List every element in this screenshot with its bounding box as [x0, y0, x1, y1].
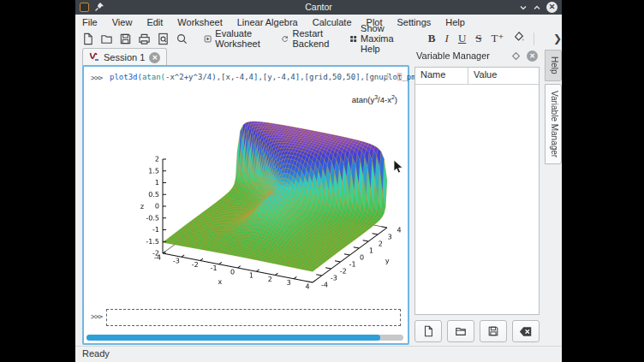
maximize-button[interactable] [530, 1, 543, 14]
session-tab-label: Session 1 [104, 52, 145, 62]
menu-bar: File View Edit Worksheet Linear Algebra … [75, 15, 562, 29]
bold-button[interactable]: B [428, 32, 436, 45]
find-button[interactable] [157, 33, 170, 45]
column-header-name[interactable]: Name [415, 68, 468, 84]
save-icon [119, 33, 132, 45]
side-tab-variable-manager[interactable]: Variable Manager [545, 84, 562, 164]
maxima-help-icon [349, 33, 357, 45]
status-text: Ready [82, 348, 110, 359]
move-cell-icon[interactable] [383, 72, 392, 81]
entry-prompt: >>> [91, 312, 102, 321]
clear-variables-button[interactable] [512, 320, 540, 342]
new-document-button[interactable] [81, 33, 94, 45]
command-entry[interactable]: plot3d(atan(-x^2+y^3/4),[x,-4,4],[y,-4,4… [110, 73, 462, 81]
side-tab-help[interactable]: Help [545, 50, 562, 81]
find-in-page-icon [157, 33, 170, 45]
toolbar-separator [534, 33, 534, 45]
cantor-window: Cantor ✕ File View Edit Worksheet Linear… [75, 0, 562, 362]
evaluate-worksheet-label: Evaluate Worksheet [215, 28, 267, 49]
search-icon [176, 33, 188, 45]
cell-actions [383, 72, 404, 81]
folder-icon [100, 33, 113, 45]
mouse-cursor [392, 159, 404, 175]
tab-close-icon[interactable]: ✕ [149, 52, 160, 63]
italic-button[interactable]: I [445, 32, 449, 45]
superscript-button[interactable]: T⁺ [492, 32, 504, 45]
chevron-up-icon [533, 3, 541, 12]
close-panel-icon[interactable]: ✕ [527, 50, 538, 62]
new-variable-button[interactable] [414, 320, 442, 342]
screen: Cantor ✕ File View Edit Worksheet Linear… [0, 0, 644, 362]
menu-item-worksheet[interactable]: Worksheet [177, 17, 222, 27]
menu-item-help[interactable]: Help [445, 17, 465, 27]
horizontal-scrollbar[interactable] [86, 335, 403, 341]
show-maxima-help-button[interactable]: Show Maxima Help [349, 23, 411, 54]
variable-manager-title: Variable Manager [416, 50, 490, 61]
column-header-value[interactable]: Value [468, 68, 497, 84]
delete-cell-icon[interactable] [395, 72, 404, 81]
menu-item-linear-algebra[interactable]: Linear Algebra [237, 17, 298, 27]
window-title: Cantor [75, 2, 562, 12]
variable-manager-header: Variable Manager ✕ [413, 48, 543, 65]
open-button[interactable] [100, 33, 113, 45]
cantor-icon [89, 52, 99, 62]
save-button[interactable] [119, 33, 132, 45]
load-variables-button[interactable] [447, 320, 474, 342]
text-color-button[interactable] [513, 31, 525, 46]
new-document-icon [422, 325, 434, 337]
restart-icon [281, 33, 289, 45]
restart-backend-button[interactable]: Restart Backend [281, 28, 336, 49]
menu-item-view[interactable]: View [112, 17, 133, 27]
evaluate-worksheet-button[interactable]: Evaluate Worksheet [204, 28, 267, 49]
restart-backend-label: Restart Backend [293, 28, 336, 49]
underline-button[interactable]: U [458, 32, 466, 45]
search-button[interactable] [176, 33, 188, 45]
evaluate-icon [204, 33, 212, 45]
tab-session-1[interactable]: Session 1 ✕ [82, 48, 167, 66]
menu-item-edit[interactable]: Edit [146, 17, 163, 27]
close-button[interactable]: ✕ [546, 1, 558, 14]
variable-manager-buttons [414, 320, 540, 342]
strikethrough-button[interactable]: S [475, 32, 481, 45]
variable-manager-panel: Variable Manager ✕ Name Value [413, 48, 543, 346]
print-button[interactable] [138, 33, 151, 45]
variable-table-header: Name Value [415, 68, 539, 85]
status-bar: Ready [75, 346, 562, 362]
horizontal-scrollbar-thumb[interactable] [86, 335, 380, 341]
variable-table: Name Value [414, 67, 540, 315]
menu-item-file[interactable]: File [82, 17, 98, 27]
command-prompt: >>> [91, 74, 102, 82]
backspace-icon [519, 326, 533, 337]
print-icon [138, 33, 151, 45]
menu-item-calculate[interactable]: Calculate [313, 17, 352, 27]
minimize-button[interactable] [516, 1, 529, 14]
show-maxima-help-label: Show Maxima Help [361, 23, 411, 54]
tab-bar: Session 1 ✕ [82, 48, 167, 65]
side-tab-strip: Help Variable Manager [545, 50, 562, 167]
plot3d-canvas [87, 91, 413, 306]
close-icon: ✕ [546, 2, 558, 13]
save-icon [487, 325, 499, 337]
toolbar: Evaluate Worksheet Restart Backend Show … [75, 29, 562, 48]
float-panel-icon[interactable] [511, 51, 521, 61]
new-document-icon [81, 33, 94, 45]
worksheet[interactable]: >>> plot3d(atan(-x^2+y^3/4),[x,-4,4],[y,… [82, 65, 409, 345]
titlebar: Cantor ✕ [75, 0, 562, 15]
folder-icon [455, 325, 467, 337]
command-entry-field[interactable] [106, 309, 401, 326]
chevron-down-icon [519, 3, 528, 12]
save-variables-button[interactable] [480, 320, 507, 342]
paint-bucket-icon [513, 31, 525, 43]
toolbar-overflow-button[interactable]: ❯ [553, 33, 562, 45]
